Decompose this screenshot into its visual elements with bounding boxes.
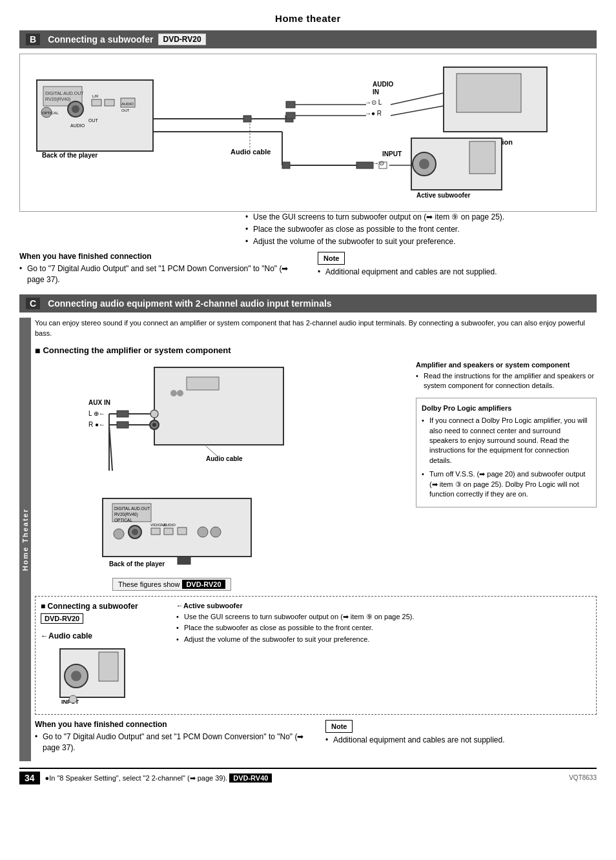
svg-point-59 — [152, 423, 156, 427]
these-figures-box: These figures show DVD-RV20 — [112, 578, 231, 591]
svg-rect-86 — [178, 557, 190, 564]
svg-point-53 — [177, 390, 183, 396]
svg-text:AUDIO: AUDIO — [163, 523, 176, 527]
section-c-when-bullet-1: Go to "7 Digital Audio Output" and set "… — [35, 732, 306, 753]
svg-rect-62 — [117, 411, 128, 417]
section-c-letter: C — [26, 298, 40, 309]
svg-point-92 — [69, 695, 77, 703]
section-b-header: B Connecting a subwoofer DVD-RV20 — [19, 30, 597, 48]
subwoofer-bullet-2: Place the subwoofer as close as possible… — [176, 623, 591, 633]
svg-text:AUDIO: AUDIO — [121, 102, 134, 106]
subwoofer-bullet-3: Adjust the volume of the subwoofer to su… — [176, 635, 591, 644]
section-b-title: Connecting a subwoofer — [48, 34, 153, 45]
section-b-bullet-1: Use the GUI screens to turn subwoofer ou… — [245, 212, 597, 223]
section-c-title: Connecting audio equipment with 2-channe… — [48, 298, 331, 309]
svg-text:R ●←: R ●← — [88, 421, 105, 428]
section-c-when-title: When you have finished connection — [35, 720, 306, 729]
subwoofer-bullet-1: Use the GUI screens to turn subwoofer ou… — [176, 612, 591, 622]
dolby-info-bullet-1: If you connect a Dolby Pro Logic amplifi… — [422, 416, 591, 466]
section-b-when-finished: When you have finished connection Go to … — [19, 252, 298, 288]
svg-rect-51 — [187, 377, 219, 390]
section-b-note-list: Additional equipment and cables are not … — [318, 267, 597, 278]
section-b-when-title: When you have finished connection — [19, 252, 298, 261]
svg-text:AUDIO: AUDIO — [373, 81, 393, 88]
section-c-header: C Connecting audio equipment with 2-chan… — [19, 294, 597, 312]
section-b-model: DVD-RV20 — [158, 34, 205, 45]
dolby-info-title: Dolby Pro Logic amplifiers — [422, 404, 591, 413]
svg-text:OUT: OUT — [121, 108, 130, 112]
subwoofer-bullet-list: Use the GUI screens to turn subwoofer ou… — [176, 612, 591, 644]
svg-rect-24 — [457, 74, 521, 112]
svg-text:Audio cable: Audio cable — [231, 148, 271, 156]
vqt-code: VQT8633 — [569, 774, 597, 781]
section-b-bullet-list: Use the GUI screens to turn subwoofer ou… — [245, 212, 597, 247]
section-c-note-label: Note — [325, 720, 353, 733]
section-c-subheader: Connecting the amplifier or system compo… — [35, 345, 597, 356]
svg-rect-45 — [282, 162, 290, 169]
svg-text:RV20(RV40): RV20(RV40) — [114, 512, 138, 517]
svg-text:OUT: OUT — [88, 118, 99, 123]
section-c-info-col: Amplifier and speakers or system compone… — [416, 361, 597, 591]
svg-text:IN: IN — [373, 88, 379, 96]
svg-rect-78 — [151, 528, 160, 535]
svg-rect-82 — [178, 527, 187, 535]
svg-text:L/R: L/R — [92, 94, 99, 98]
svg-text:INPUT: INPUT — [382, 150, 402, 158]
svg-text:→⊙ L: →⊙ L — [365, 99, 382, 106]
section-c-when-finished: When you have finished connection Go to … — [35, 720, 306, 756]
section-b-diagram-area: DIGITAL AUD.OUT RV20(RV40) OPTICAL AUDIO… — [19, 54, 597, 212]
section-b-note-bullet-1: Additional equipment and cables are not … — [318, 267, 597, 278]
section-b-bullet-3: Adjust the volume of the subwoofer to su… — [245, 236, 597, 247]
section-b-when-bullet-1: Go to "7 Digital Audio Output" and set "… — [19, 263, 298, 285]
section-b-note-label: Note — [318, 252, 345, 265]
svg-text:RV20(RV40): RV20(RV40) — [45, 97, 70, 102]
svg-text:DIGITAL AUD.OUT: DIGITAL AUD.OUT — [45, 91, 84, 96]
svg-line-35 — [391, 106, 444, 116]
section-b-note-section: When you have finished connection Go to … — [19, 252, 597, 288]
svg-rect-43 — [356, 162, 373, 169]
player-c-svg: DIGITAL AUD.OUT RV20(RV40) OPTICAL VID/G… — [35, 492, 409, 576]
section-b-bullets-area: Use the GUI screens to turn subwoofer ou… — [245, 212, 597, 247]
amplifier-info-list: Read the instructions for the amplifier … — [416, 371, 597, 391]
subwoofer-header: ■ Connecting a subwoofer — [41, 602, 170, 611]
svg-rect-10 — [105, 99, 114, 106]
dolby-info-bullet-2: Turn off V.S.S. (➡ page 20) and subwoofe… — [422, 469, 591, 499]
svg-point-75 — [114, 529, 124, 539]
svg-text:DIGITAL AUD.OUT: DIGITAL AUD.OUT — [114, 506, 150, 511]
svg-point-39 — [419, 159, 429, 169]
section-b-when-list: Go to "7 Digital Audio Output" and set "… — [19, 263, 298, 285]
amplifier-info-title: Amplifier and speakers or system compone… — [416, 361, 597, 369]
footer-note: ●In "8 Speaker Setting", select "2 2-cha… — [45, 773, 564, 783]
svg-rect-33 — [286, 112, 295, 119]
subwoofer-model-tag: DVD-RV20 — [41, 613, 83, 624]
svg-point-83 — [198, 527, 208, 537]
section-b-svg: DIGITAL AUD.OUT RV20(RV40) OPTICAL AUDIO… — [26, 61, 590, 203]
svg-text:Back of the player: Back of the player — [109, 560, 165, 568]
svg-text:Back of the player: Back of the player — [42, 152, 98, 159]
svg-rect-32 — [286, 101, 295, 108]
section-b-bullet-2: Place the subwoofer as close as possible… — [245, 224, 597, 235]
section-b-letter: B — [26, 34, 40, 45]
footer-model-tag: DVD-RV40 — [229, 773, 272, 783]
svg-rect-88 — [99, 652, 118, 681]
svg-text:→⊙: →⊙ — [373, 159, 384, 167]
page: Home theater B Connecting a subwoofer DV… — [0, 0, 616, 860]
svg-text:Active subwoofer: Active subwoofer — [416, 192, 470, 199]
section-c-intro: You can enjoy stereo sound if you connec… — [35, 318, 597, 339]
subwoofer-diagram-svg: INPUT — [41, 642, 144, 707]
sidebar-label: Home Theater — [21, 508, 29, 571]
section-c-note-section: When you have finished connection Go to … — [35, 720, 597, 756]
svg-line-34 — [391, 93, 444, 105]
section-c-note: Note Additional equipment and cables are… — [325, 720, 597, 756]
svg-text:AUX IN: AUX IN — [88, 399, 110, 406]
svg-text:OPTICAL: OPTICAL — [114, 518, 132, 522]
svg-point-52 — [170, 390, 177, 396]
page-number: 34 — [19, 772, 40, 784]
svg-point-84 — [210, 527, 221, 537]
section-c-main: Home Theater You can enjoy stereo sound … — [19, 318, 597, 761]
subwoofer-audio-cable-label: ←Audio cable — [41, 631, 170, 640]
dolby-info-list: If you connect a Dolby Pro Logic amplifi… — [422, 416, 591, 499]
svg-rect-18 — [243, 116, 251, 122]
svg-point-57 — [150, 410, 158, 418]
section-c-note-list: Additional equipment and cables are not … — [325, 735, 597, 746]
